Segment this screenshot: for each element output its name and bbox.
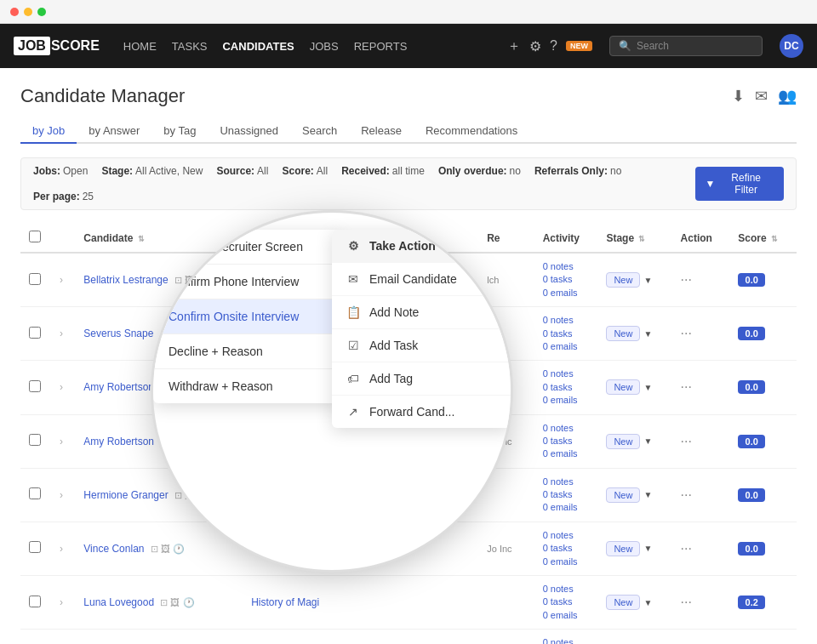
stage-arrow-icon[interactable]: ▼ bbox=[643, 544, 652, 553]
row-expand[interactable]: › bbox=[51, 253, 75, 307]
activity-tasks[interactable]: 0 tasks bbox=[543, 542, 590, 555]
nav-jobs[interactable]: JOBS bbox=[310, 40, 339, 53]
job-link[interactable]: History of Magi bbox=[251, 596, 319, 608]
activity-tasks[interactable]: 0 tasks bbox=[543, 488, 590, 501]
job-link[interactable]: Defense Ag Arts Profes bbox=[251, 436, 357, 447]
row-expand[interactable]: › bbox=[51, 630, 75, 644]
activity-tasks[interactable]: 0 tasks bbox=[543, 381, 590, 394]
activity-tasks[interactable]: 0 tasks bbox=[543, 596, 590, 608]
row-expand[interactable]: › bbox=[51, 361, 75, 414]
stage-arrow-icon[interactable]: ▼ bbox=[643, 490, 652, 499]
tab-by-job[interactable]: by Job bbox=[20, 119, 77, 144]
select-all-checkbox[interactable] bbox=[29, 231, 41, 242]
row-expand[interactable]: › bbox=[51, 521, 75, 575]
stage-arrow-icon[interactable]: ▼ bbox=[643, 436, 652, 446]
activity-emails[interactable]: 0 emails bbox=[543, 340, 590, 353]
action-menu-button[interactable]: ··· bbox=[681, 326, 692, 340]
stage-badge[interactable]: New bbox=[606, 595, 640, 610]
activity-emails[interactable]: 0 emails bbox=[543, 287, 590, 299]
stage-arrow-icon[interactable]: ▼ bbox=[643, 329, 652, 339]
row-expand[interactable]: › bbox=[51, 307, 75, 361]
col-stage[interactable]: Stage ⇅ bbox=[597, 224, 671, 253]
tab-release[interactable]: Release bbox=[349, 119, 414, 144]
job-link[interactable]: Muggle Studies P bbox=[251, 328, 331, 339]
job-link[interactable]: History of Ma bbox=[251, 381, 311, 393]
row-expand[interactable]: › bbox=[51, 468, 75, 521]
candidate-link[interactable]: Severus Snape bbox=[83, 328, 153, 339]
row-select-checkbox[interactable] bbox=[29, 596, 41, 607]
search-input[interactable] bbox=[637, 40, 756, 52]
candidate-link[interactable]: Luna Lovegood bbox=[83, 596, 154, 608]
activity-notes[interactable]: 0 notes bbox=[543, 583, 590, 596]
activity-notes[interactable]: 0 notes bbox=[543, 636, 590, 644]
candidate-link[interactable]: Amy Robertson bbox=[83, 436, 154, 447]
job-link[interactable]: Grounds Ke bbox=[251, 543, 306, 555]
stage-badge[interactable]: New bbox=[606, 272, 640, 288]
activity-emails[interactable]: 0 emails bbox=[543, 447, 590, 460]
activity-notes[interactable]: 0 notes bbox=[543, 476, 590, 488]
nav-tasks[interactable]: TASKS bbox=[172, 40, 208, 53]
stage-arrow-icon[interactable]: ▼ bbox=[643, 276, 652, 285]
email-icon[interactable]: ✉ bbox=[755, 87, 768, 105]
stage-badge[interactable]: New bbox=[606, 326, 640, 341]
job-link[interactable]: Defense Against the Dark Arts Professor bbox=[251, 274, 434, 286]
gear-icon[interactable]: ⚙ bbox=[529, 38, 541, 54]
activity-notes[interactable]: 0 notes bbox=[543, 529, 590, 542]
row-select-checkbox[interactable] bbox=[29, 541, 41, 553]
activity-notes[interactable]: 0 notes bbox=[543, 368, 590, 380]
stage-badge[interactable]: New bbox=[606, 379, 640, 395]
action-menu-button[interactable]: ··· bbox=[681, 434, 692, 448]
activity-tasks[interactable]: 0 tasks bbox=[543, 328, 590, 340]
activity-emails[interactable]: 0 emails bbox=[543, 556, 590, 568]
stage-arrow-icon[interactable]: ▼ bbox=[643, 383, 652, 392]
activity-tasks[interactable]: 0 tasks bbox=[543, 435, 590, 447]
stage-arrow-icon[interactable]: ▼ bbox=[643, 598, 652, 607]
row-select-checkbox[interactable] bbox=[29, 487, 41, 499]
row-select-checkbox[interactable] bbox=[29, 273, 41, 285]
action-menu-button[interactable]: ··· bbox=[681, 379, 692, 394]
activity-emails[interactable]: 0 emails bbox=[543, 609, 590, 622]
row-select-checkbox[interactable] bbox=[29, 434, 41, 446]
candidate-link[interactable]: Bellatrix Lestrange bbox=[83, 274, 168, 286]
candidate-link[interactable]: Vince Conlan bbox=[83, 543, 144, 555]
refine-filter-button[interactable]: ▼ Refine Filter bbox=[695, 167, 784, 201]
col-candidate[interactable]: Candidate ⇅ bbox=[75, 224, 243, 253]
activity-notes[interactable]: 0 notes bbox=[543, 260, 590, 273]
activity-notes[interactable]: 0 notes bbox=[543, 422, 590, 435]
action-menu-button[interactable]: ··· bbox=[681, 541, 692, 556]
activity-tasks[interactable]: 0 tasks bbox=[543, 273, 590, 286]
col-score[interactable]: Score ⇅ bbox=[729, 224, 797, 253]
user-avatar[interactable]: DC bbox=[780, 34, 803, 58]
tab-recommendations[interactable]: Recommendations bbox=[414, 119, 529, 144]
nav-home[interactable]: HOME bbox=[123, 40, 157, 53]
nav-reports[interactable]: REPORTS bbox=[354, 40, 408, 53]
row-select-checkbox[interactable] bbox=[29, 327, 41, 339]
logo[interactable]: JOB SCORE bbox=[14, 37, 100, 55]
tab-unassigned[interactable]: Unassigned bbox=[208, 119, 290, 144]
stage-badge[interactable]: New bbox=[606, 487, 640, 503]
activity-emails[interactable]: 0 emails bbox=[543, 501, 590, 514]
help-icon[interactable]: ? bbox=[550, 38, 557, 54]
col-job[interactable]: Job ⇅ bbox=[243, 224, 478, 253]
action-menu-button[interactable]: ··· bbox=[681, 272, 692, 287]
row-expand[interactable]: › bbox=[51, 414, 75, 468]
people-icon[interactable]: 👥 bbox=[778, 87, 797, 105]
minimize-dot[interactable] bbox=[24, 8, 32, 16]
stage-badge[interactable]: New bbox=[606, 434, 640, 449]
candidate-link[interactable]: Amy Robertson bbox=[83, 381, 154, 393]
tab-search[interactable]: Search bbox=[290, 119, 349, 144]
activity-emails[interactable]: 0 emails bbox=[543, 394, 590, 407]
maximize-dot[interactable] bbox=[37, 8, 46, 16]
close-dot[interactable] bbox=[10, 8, 19, 16]
action-menu-button[interactable]: ··· bbox=[681, 595, 692, 609]
candidate-link[interactable]: Hermione Granger bbox=[83, 489, 168, 501]
search-box[interactable]: 🔍 bbox=[609, 36, 763, 56]
activity-notes[interactable]: 0 notes bbox=[543, 314, 590, 327]
download-icon[interactable]: ⬇ bbox=[732, 87, 745, 105]
nav-candidates[interactable]: CANDIDATES bbox=[222, 40, 294, 53]
add-icon[interactable]: ＋ bbox=[507, 37, 521, 55]
tab-by-tag[interactable]: by Tag bbox=[151, 119, 208, 144]
action-menu-button[interactable]: ··· bbox=[681, 487, 692, 502]
row-select-checkbox[interactable] bbox=[29, 380, 41, 392]
stage-badge[interactable]: New bbox=[606, 541, 640, 556]
